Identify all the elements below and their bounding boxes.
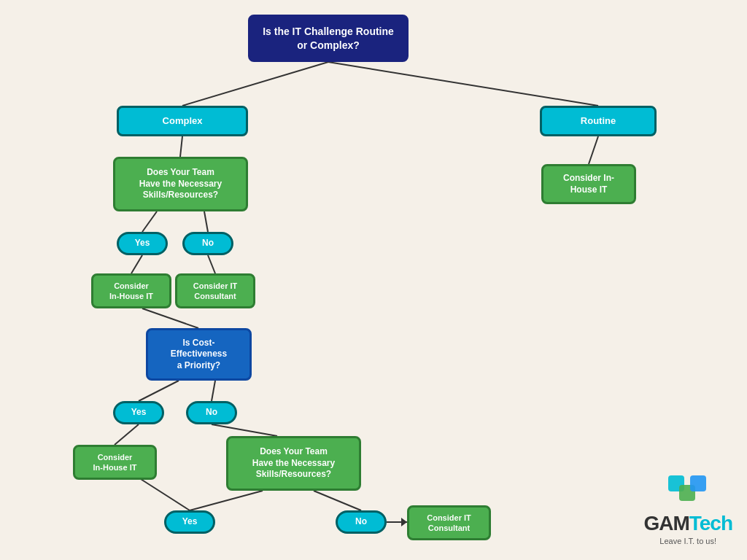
svg-line-1	[328, 62, 598, 106]
svg-line-2	[180, 136, 182, 157]
svg-rect-21	[690, 475, 706, 491]
logo-icon	[665, 472, 712, 512]
svg-line-9	[139, 381, 179, 401]
logo-tech: Tech	[689, 512, 732, 535]
logo-name-row: GAM Tech	[643, 512, 732, 535]
node-consider-inhouse-routine: Consider In-House IT	[541, 164, 636, 204]
node-consider-inhouse2: ConsiderIn-House IT	[73, 445, 157, 480]
node-consider-inhouse1: ConsiderIn-House IT	[91, 273, 171, 308]
svg-line-5	[204, 211, 208, 232]
svg-line-10	[212, 381, 215, 401]
svg-marker-18	[401, 518, 407, 526]
svg-line-11	[115, 424, 139, 445]
flowchart: Is the IT Challenge Routine or Complex? …	[0, 0, 747, 560]
svg-line-7	[208, 255, 215, 273]
svg-line-12	[212, 424, 277, 436]
logo: GAM Tech Leave I.T. to us!	[643, 472, 732, 545]
node-consider-consultant1: Consider ITConsultant	[175, 273, 255, 308]
node-yes2: Yes	[113, 401, 164, 424]
node-no2: No	[186, 401, 237, 424]
svg-line-0	[182, 62, 328, 106]
node-q1: Does Your TeamHave the NecessarySkills/R…	[113, 157, 248, 211]
svg-line-6	[131, 255, 142, 273]
node-routine: Routine	[540, 106, 657, 136]
svg-line-3	[589, 136, 598, 164]
logo-gam: GAM	[643, 512, 689, 535]
svg-line-4	[142, 211, 157, 232]
node-yes3: Yes	[164, 510, 215, 534]
node-no3: No	[336, 510, 387, 534]
node-root: Is the IT Challenge Routine or Complex?	[248, 15, 409, 62]
logo-tagline: Leave I.T. to us!	[659, 537, 716, 545]
node-no1: No	[182, 232, 233, 255]
node-q3: Does Your TeamHave the NecessarySkills/R…	[226, 436, 361, 491]
svg-line-13	[190, 491, 263, 510]
node-yes1: Yes	[117, 232, 168, 255]
svg-line-14	[314, 491, 361, 510]
node-consider-consultant2: Consider ITConsultant	[407, 505, 491, 540]
svg-line-8	[142, 308, 198, 328]
node-complex: Complex	[117, 106, 248, 136]
node-q2: Is Cost-Effectivenessa Priority?	[146, 328, 252, 381]
